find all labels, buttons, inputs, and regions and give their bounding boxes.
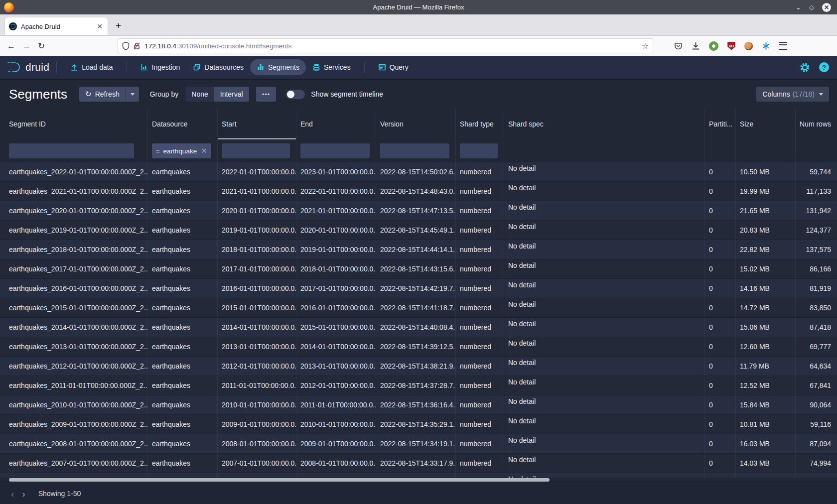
column-header-num-rows[interactable]: Num rows: [796, 109, 837, 139]
cell-datasource: earthquakes: [148, 240, 218, 259]
table-row[interactable]: earthquakes_2019-01-01T00:00:00.000Z_2..…: [0, 221, 837, 240]
cookie-extension-icon[interactable]: [744, 42, 753, 50]
column-header-datasource[interactable]: Datasource: [148, 109, 218, 139]
page-title: Segments: [9, 87, 67, 102]
insecure-lock-icon[interactable]: [133, 42, 140, 50]
table-row[interactable]: earthquakes_2007-01-01T00:00:00.000Z_2..…: [0, 454, 837, 473]
table-row[interactable]: earthquakes_2014-01-01T00:00:00.000Z_2..…: [0, 318, 837, 337]
column-header-shard-spec[interactable]: Shard spec: [504, 109, 705, 139]
table-row[interactable]: earthquakes_2013-01-01T00:00:00.000Z_2..…: [0, 337, 837, 357]
cell-start: 2021-01-01T00:00:00.0...: [218, 182, 296, 201]
cell-shard-type: numbered: [456, 279, 504, 298]
table-row-partial[interactable]: earthquakes_2006-01-01T00:00:00.000Z_2..…: [0, 473, 837, 478]
column-header-segment-id[interactable]: Segment ID: [0, 109, 148, 139]
segments-view-header: Segments ↻ Refresh Group by None Interva…: [0, 80, 837, 109]
column-header-version[interactable]: Version: [376, 109, 456, 139]
columns-button[interactable]: Columns (17/18): [756, 87, 829, 102]
table-row[interactable]: earthquakes_2021-01-01T00:00:00.000Z_2..…: [0, 182, 837, 201]
version-filter-input[interactable]: [380, 143, 449, 158]
column-header-shard-type[interactable]: Shard type: [456, 109, 504, 139]
bookmark-star-icon[interactable]: ☆: [642, 41, 649, 51]
table-row[interactable]: earthquakes_2022-01-01T00:00:00.000Z_2..…: [0, 162, 837, 182]
table-row[interactable]: earthquakes_2009-01-01T00:00:00.000Z_2..…: [0, 415, 837, 434]
settings-gear-icon[interactable]: [800, 62, 810, 73]
cell-version: 2022-08-15T14:48:43.0...: [376, 182, 456, 201]
cell-version: 2022-08-15T14:35:29.1...: [376, 415, 456, 434]
cell-end: 2009-01-01T00:00:00.0...: [296, 434, 376, 454]
nav-item-load-data[interactable]: Load data: [64, 59, 119, 75]
cell-size: 10.50 MB: [736, 162, 796, 182]
group-by-interval-button[interactable]: Interval: [214, 87, 249, 102]
url-path: :30109/unified-console.html#segments: [176, 42, 291, 50]
new-tab-button[interactable]: +: [116, 20, 121, 31]
segment-id-filter-input[interactable]: [9, 143, 134, 158]
help-icon[interactable]: ?: [819, 62, 829, 72]
more-options-button[interactable]: •••: [256, 87, 277, 102]
cell-shard-type: numbered: [456, 318, 504, 337]
tab-apache-druid[interactable]: Apache Druid ✕: [5, 17, 108, 35]
minimize-icon[interactable]: ⌄: [796, 4, 801, 10]
nav-item-query[interactable]: Query: [372, 59, 415, 75]
start-filter-input[interactable]: [222, 143, 290, 158]
previous-page-icon[interactable]: ‹: [11, 489, 14, 499]
cell-datasource: earthquakes: [148, 376, 218, 395]
refresh-button[interactable]: ↻ Refresh: [79, 87, 126, 102]
cell-version: 2022-08-15T14:45:49.1...: [376, 221, 456, 240]
table-row[interactable]: earthquakes_2016-01-01T00:00:00.000Z_2..…: [0, 279, 837, 298]
maximize-icon[interactable]: ◇: [809, 4, 814, 10]
table-row[interactable]: earthquakes_2018-01-01T00:00:00.000Z_2..…: [0, 240, 837, 259]
column-header-partition[interactable]: Partiti...: [705, 109, 736, 139]
download-icon[interactable]: [692, 42, 700, 50]
column-header-start[interactable]: Start: [218, 109, 296, 139]
segment-timeline-toggle[interactable]: [286, 90, 305, 99]
multi-account-extension-icon[interactable]: [762, 42, 770, 50]
table-row[interactable]: earthquakes_2008-01-01T00:00:00.000Z_2..…: [0, 434, 837, 454]
menu-icon[interactable]: [779, 42, 787, 50]
extension-privacy-icon[interactable]: [709, 41, 718, 51]
table-row[interactable]: earthquakes_2017-01-01T00:00:00.000Z_2..…: [0, 259, 837, 279]
cell-version: 2022-08-15T14:33:17.9...: [376, 454, 456, 473]
cell-end: 2013-01-01T00:00:00.0...: [296, 357, 376, 376]
table-row[interactable]: earthquakes_2020-01-01T00:00:00.000Z_2..…: [0, 201, 837, 221]
scrollbar-thumb[interactable]: [9, 478, 550, 482]
group-by-none-button[interactable]: None: [185, 87, 214, 102]
cell-shard-spec: No detail: [504, 395, 705, 415]
cell-num-rows: 87,418: [796, 318, 837, 337]
cell-version: 2022-08-15T1...: [376, 473, 456, 478]
tracking-shield-icon[interactable]: [122, 42, 130, 50]
url-text: 172.18.0.4:30109/unified-console.html#se…: [144, 42, 642, 50]
url-bar[interactable]: 172.18.0.4:30109/unified-console.html#se…: [118, 38, 653, 53]
tab-close-icon[interactable]: ✕: [96, 22, 104, 30]
nav-item-label: Ingestion: [152, 63, 180, 71]
shard-type-filter-input[interactable]: [460, 143, 498, 158]
table-row[interactable]: earthquakes_2010-01-01T00:00:00.000Z_2..…: [0, 395, 837, 415]
refresh-interval-dropdown[interactable]: [126, 87, 139, 102]
table-row[interactable]: earthquakes_2012-01-01T00:00:00.000Z_2..…: [0, 357, 837, 376]
remove-filter-icon[interactable]: ✕: [201, 146, 207, 155]
back-icon[interactable]: ←: [7, 42, 15, 50]
cell-shard-spec: No detail: [504, 182, 705, 201]
nav-item-services[interactable]: Services: [306, 59, 357, 75]
cell-start: 2013-01-01T00:00:00.0...: [218, 337, 296, 357]
datasource-filter-chip[interactable]: = earthquake ✕: [152, 143, 211, 158]
table-row[interactable]: earthquakes_2011-01-01T00:00:00.000Z_2..…: [0, 376, 837, 395]
nav-item-segments[interactable]: Segments: [250, 59, 306, 75]
cell-start: 2015-01-01T00:00:00.0...: [218, 298, 296, 318]
cell-datasource: earthquakes: [148, 318, 218, 337]
next-page-icon[interactable]: ›: [22, 489, 25, 499]
table-row[interactable]: earthquakes_2015-01-01T00:00:00.000Z_2..…: [0, 298, 837, 318]
end-filter-input[interactable]: [300, 143, 370, 158]
ublock-origin-icon[interactable]: uO: [727, 42, 735, 50]
pocket-icon[interactable]: [674, 42, 683, 50]
cell-segment-id: earthquakes_2008-01-01T00:00:00.000Z_2..…: [0, 434, 148, 454]
cell-datasource: earthquakes: [148, 298, 218, 318]
reload-icon[interactable]: ↻: [38, 42, 45, 50]
column-header-end[interactable]: End: [296, 109, 376, 139]
nav-item-datasources[interactable]: Datasources: [186, 59, 250, 75]
column-header-size[interactable]: Size: [736, 109, 796, 139]
nav-item-ingestion[interactable]: Ingestion: [134, 59, 187, 75]
druid-logo[interactable]: druid: [7, 61, 49, 74]
close-icon[interactable]: ✕: [822, 3, 831, 12]
cell-shard-type: numbered: [456, 162, 504, 182]
nav-item-label: Segments: [268, 63, 299, 71]
